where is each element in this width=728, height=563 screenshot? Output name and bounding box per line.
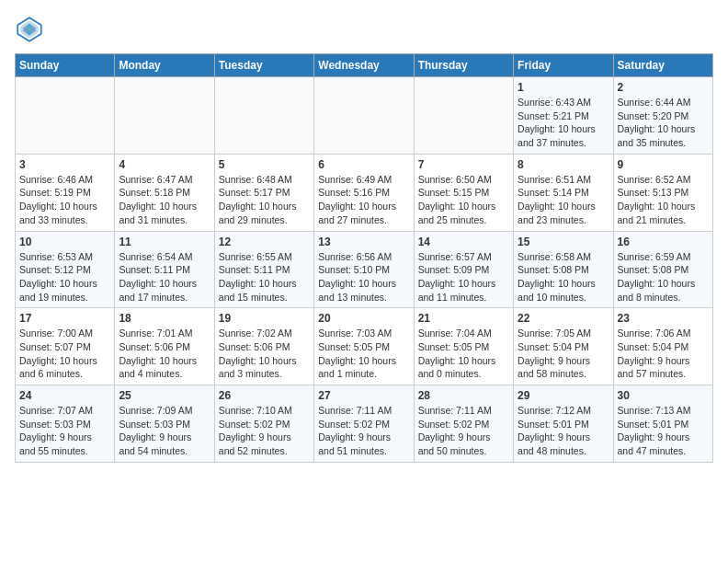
calendar-cell: 16Sunrise: 6:59 AM Sunset: 5:08 PM Dayli…: [613, 231, 712, 308]
calendar-cell: 7Sunrise: 6:50 AM Sunset: 5:15 PM Daylig…: [414, 154, 513, 231]
day-info: Sunrise: 6:54 AM Sunset: 5:11 PM Dayligh…: [119, 250, 210, 304]
calendar-cell: 19Sunrise: 7:02 AM Sunset: 5:06 PM Dayli…: [214, 308, 313, 385]
calendar-cell: 30Sunrise: 7:13 AM Sunset: 5:01 PM Dayli…: [613, 385, 712, 463]
calendar-cell: [314, 77, 414, 155]
page-header: [15, 15, 713, 44]
day-info: Sunrise: 6:49 AM Sunset: 5:16 PM Dayligh…: [318, 173, 409, 227]
calendar-cell: 6Sunrise: 6:49 AM Sunset: 5:16 PM Daylig…: [314, 154, 414, 231]
day-number: 23: [618, 312, 709, 325]
calendar-cell: 27Sunrise: 7:11 AM Sunset: 5:02 PM Dayli…: [314, 385, 414, 463]
weekday-header-row: SundayMondayTuesdayWednesdayThursdayFrid…: [16, 54, 713, 77]
calendar-cell: 23Sunrise: 7:06 AM Sunset: 5:04 PM Dayli…: [613, 308, 712, 385]
day-info: Sunrise: 7:13 AM Sunset: 5:01 PM Dayligh…: [618, 404, 709, 458]
day-info: Sunrise: 6:46 AM Sunset: 5:19 PM Dayligh…: [19, 173, 110, 227]
logo: [15, 15, 48, 44]
day-info: Sunrise: 7:07 AM Sunset: 5:03 PM Dayligh…: [19, 404, 110, 458]
calendar-week-row: 17Sunrise: 7:00 AM Sunset: 5:07 PM Dayli…: [16, 308, 713, 385]
weekday-header: Sunday: [16, 54, 115, 77]
day-info: Sunrise: 6:50 AM Sunset: 5:15 PM Dayligh…: [418, 173, 509, 227]
day-number: 27: [318, 389, 409, 402]
day-info: Sunrise: 6:58 AM Sunset: 5:08 PM Dayligh…: [518, 250, 609, 304]
calendar-cell: 13Sunrise: 6:56 AM Sunset: 5:10 PM Dayli…: [314, 231, 414, 308]
day-number: 26: [219, 389, 310, 402]
day-info: Sunrise: 6:52 AM Sunset: 5:13 PM Dayligh…: [618, 173, 709, 227]
calendar-table: SundayMondayTuesdayWednesdayThursdayFrid…: [15, 53, 713, 463]
calendar-cell: 11Sunrise: 6:54 AM Sunset: 5:11 PM Dayli…: [115, 231, 214, 308]
day-info: Sunrise: 7:02 AM Sunset: 5:06 PM Dayligh…: [219, 327, 310, 381]
day-number: 19: [219, 312, 310, 325]
calendar-cell: 12Sunrise: 6:55 AM Sunset: 5:11 PM Dayli…: [214, 231, 313, 308]
calendar-cell: 24Sunrise: 7:07 AM Sunset: 5:03 PM Dayli…: [16, 385, 115, 463]
day-info: Sunrise: 7:05 AM Sunset: 5:04 PM Dayligh…: [518, 327, 609, 381]
day-number: 18: [119, 312, 210, 325]
calendar-cell: 20Sunrise: 7:03 AM Sunset: 5:05 PM Dayli…: [314, 308, 414, 385]
calendar-week-row: 1Sunrise: 6:43 AM Sunset: 5:21 PM Daylig…: [16, 77, 713, 155]
day-number: 15: [518, 236, 609, 248]
calendar-cell: 28Sunrise: 7:11 AM Sunset: 5:02 PM Dayli…: [414, 385, 513, 463]
calendar-cell: 3Sunrise: 6:46 AM Sunset: 5:19 PM Daylig…: [16, 154, 115, 231]
calendar-cell: 21Sunrise: 7:04 AM Sunset: 5:05 PM Dayli…: [414, 308, 513, 385]
calendar-cell: 26Sunrise: 7:10 AM Sunset: 5:02 PM Dayli…: [214, 385, 313, 463]
logo-icon: [15, 15, 44, 44]
weekday-header: Wednesday: [314, 54, 414, 77]
day-info: Sunrise: 6:57 AM Sunset: 5:09 PM Dayligh…: [418, 250, 509, 304]
calendar-cell: [214, 77, 313, 155]
calendar-cell: 29Sunrise: 7:12 AM Sunset: 5:01 PM Dayli…: [514, 385, 613, 463]
day-number: 29: [518, 389, 609, 402]
day-number: 4: [119, 158, 210, 171]
day-number: 21: [418, 312, 509, 325]
calendar-week-row: 10Sunrise: 6:53 AM Sunset: 5:12 PM Dayli…: [16, 231, 713, 308]
day-info: Sunrise: 6:56 AM Sunset: 5:10 PM Dayligh…: [318, 250, 409, 304]
day-info: Sunrise: 7:00 AM Sunset: 5:07 PM Dayligh…: [19, 327, 110, 381]
day-number: 3: [19, 158, 110, 171]
calendar-cell: [414, 77, 513, 155]
weekday-header: Tuesday: [214, 54, 313, 77]
day-number: 25: [119, 389, 210, 402]
calendar-cell: 14Sunrise: 6:57 AM Sunset: 5:09 PM Dayli…: [414, 231, 513, 308]
day-number: 14: [418, 236, 509, 248]
day-number: 7: [418, 158, 509, 171]
day-info: Sunrise: 6:43 AM Sunset: 5:21 PM Dayligh…: [518, 96, 609, 150]
day-number: 22: [518, 312, 609, 325]
day-number: 16: [618, 236, 709, 248]
day-info: Sunrise: 7:04 AM Sunset: 5:05 PM Dayligh…: [418, 327, 509, 381]
weekday-header: Monday: [115, 54, 214, 77]
day-number: 13: [318, 236, 409, 248]
day-number: 24: [19, 389, 110, 402]
day-number: 10: [19, 236, 110, 248]
day-info: Sunrise: 7:10 AM Sunset: 5:02 PM Dayligh…: [219, 404, 310, 458]
day-number: 5: [219, 158, 310, 171]
day-number: 11: [119, 236, 210, 248]
calendar-cell: 25Sunrise: 7:09 AM Sunset: 5:03 PM Dayli…: [115, 385, 214, 463]
weekday-header: Saturday: [613, 54, 712, 77]
calendar-cell: 5Sunrise: 6:48 AM Sunset: 5:17 PM Daylig…: [214, 154, 313, 231]
day-info: Sunrise: 6:53 AM Sunset: 5:12 PM Dayligh…: [19, 250, 110, 304]
day-info: Sunrise: 7:03 AM Sunset: 5:05 PM Dayligh…: [318, 327, 409, 381]
day-info: Sunrise: 6:48 AM Sunset: 5:17 PM Dayligh…: [219, 173, 310, 227]
day-info: Sunrise: 7:11 AM Sunset: 5:02 PM Dayligh…: [418, 404, 509, 458]
day-info: Sunrise: 6:44 AM Sunset: 5:20 PM Dayligh…: [618, 96, 709, 150]
calendar-cell: [115, 77, 214, 155]
day-info: Sunrise: 7:09 AM Sunset: 5:03 PM Dayligh…: [119, 404, 210, 458]
calendar-cell: 22Sunrise: 7:05 AM Sunset: 5:04 PM Dayli…: [514, 308, 613, 385]
calendar-cell: 18Sunrise: 7:01 AM Sunset: 5:06 PM Dayli…: [115, 308, 214, 385]
day-number: 30: [618, 389, 709, 402]
calendar-cell: 8Sunrise: 6:51 AM Sunset: 5:14 PM Daylig…: [514, 154, 613, 231]
calendar-cell: 17Sunrise: 7:00 AM Sunset: 5:07 PM Dayli…: [16, 308, 115, 385]
day-info: Sunrise: 6:47 AM Sunset: 5:18 PM Dayligh…: [119, 173, 210, 227]
day-number: 8: [518, 158, 609, 171]
calendar-week-row: 24Sunrise: 7:07 AM Sunset: 5:03 PM Dayli…: [16, 385, 713, 463]
day-info: Sunrise: 6:55 AM Sunset: 5:11 PM Dayligh…: [219, 250, 310, 304]
day-info: Sunrise: 6:51 AM Sunset: 5:14 PM Dayligh…: [518, 173, 609, 227]
day-info: Sunrise: 7:11 AM Sunset: 5:02 PM Dayligh…: [318, 404, 409, 458]
day-number: 17: [19, 312, 110, 325]
calendar-cell: 9Sunrise: 6:52 AM Sunset: 5:13 PM Daylig…: [613, 154, 712, 231]
calendar-cell: 1Sunrise: 6:43 AM Sunset: 5:21 PM Daylig…: [514, 77, 613, 155]
day-info: Sunrise: 7:06 AM Sunset: 5:04 PM Dayligh…: [618, 327, 709, 381]
day-number: 12: [219, 236, 310, 248]
calendar-cell: [16, 77, 115, 155]
day-number: 1: [518, 81, 609, 94]
weekday-header: Thursday: [414, 54, 513, 77]
day-info: Sunrise: 7:12 AM Sunset: 5:01 PM Dayligh…: [518, 404, 609, 458]
calendar-cell: 4Sunrise: 6:47 AM Sunset: 5:18 PM Daylig…: [115, 154, 214, 231]
